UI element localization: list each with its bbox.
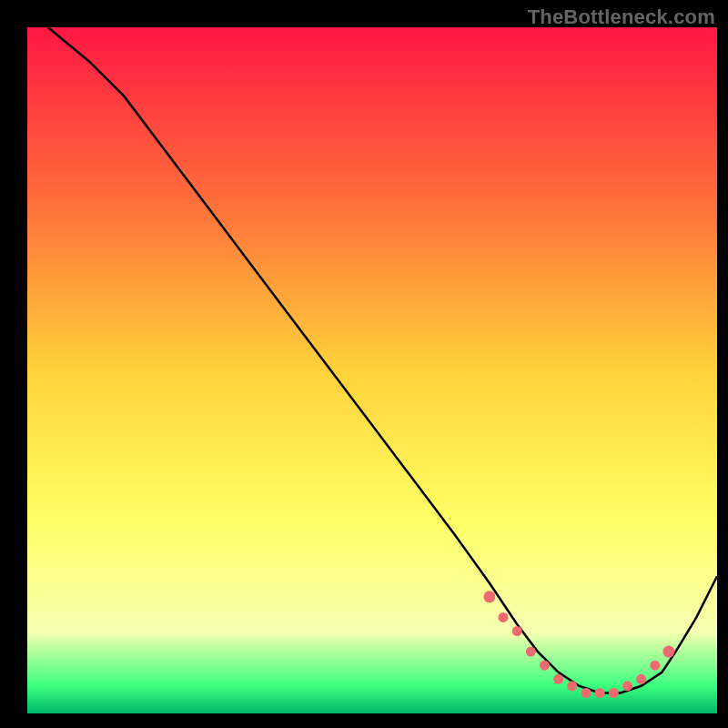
marker-dot	[553, 674, 563, 684]
marker-dot	[622, 681, 632, 691]
marker-dot	[499, 612, 509, 622]
marker-dot	[595, 688, 605, 698]
chart-svg	[0, 0, 728, 728]
marker-dot	[483, 591, 495, 602]
marker-dot	[581, 688, 592, 698]
marker-dot	[526, 647, 536, 657]
marker-dot	[540, 661, 550, 671]
watermark-text: TheBottleneck.com	[528, 5, 715, 29]
marker-dot	[650, 661, 660, 671]
plot-background	[27, 27, 717, 713]
marker-dot	[662, 646, 674, 658]
marker-dot	[567, 681, 577, 691]
chart-container: TheBottleneck.com	[0, 0, 728, 728]
marker-dot	[636, 674, 646, 684]
marker-dot	[609, 688, 619, 698]
marker-dot	[512, 626, 522, 636]
